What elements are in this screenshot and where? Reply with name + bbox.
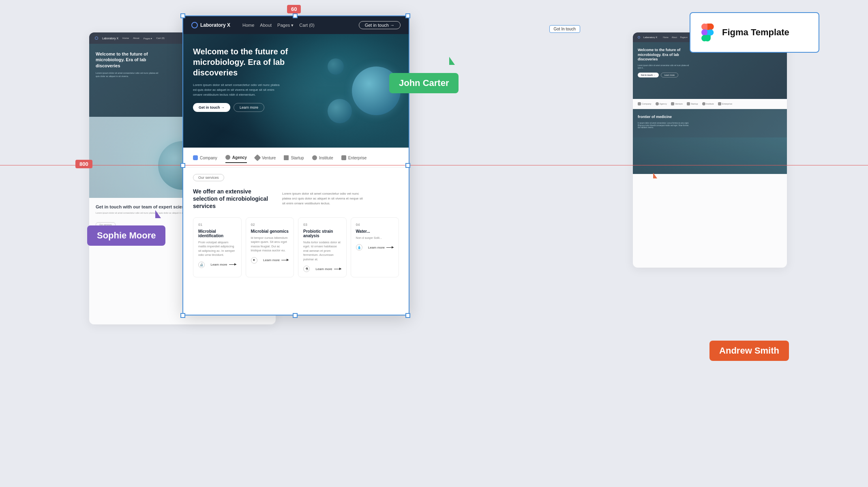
- card-3-title: Probiotic strain analysis: [303, 229, 341, 238]
- name-badge-john: John Carter: [389, 73, 459, 93]
- agency-icon: [225, 155, 230, 160]
- brand-icon: [191, 22, 198, 28]
- nav-links: Home About Pages ▾ Cart (0): [242, 23, 315, 28]
- ghost-left-brand: Laboratory X: [102, 37, 118, 40]
- svg-rect-1: [707, 24, 714, 30]
- tab-agency[interactable]: Agency: [225, 155, 247, 163]
- cursor-sophie: [155, 210, 161, 218]
- figma-logo-icon: [699, 24, 716, 41]
- hero-cta-button[interactable]: Get in touch →: [193, 103, 230, 112]
- card-2-body: Id tempor cursus bibendum sapien quam. S…: [251, 236, 289, 253]
- resize-handle-bl[interactable]: [180, 313, 185, 318]
- venture-icon: [254, 154, 261, 161]
- card-1-icon: 🔬: [198, 262, 205, 268]
- hero-content: Welcome to the future of microbiology. E…: [193, 46, 315, 112]
- dimension-badge-height: 800: [75, 160, 92, 168]
- hero-title: Welcome to the future of microbiology. E…: [193, 46, 315, 78]
- ghost-left-nav-home: Home: [122, 37, 129, 39]
- card-3-num: 03: [303, 223, 341, 227]
- card-1-num: 01: [198, 223, 236, 227]
- services-title: We offer an extensive selection of micro…: [193, 188, 274, 210]
- service-card-3: 03 Probiotic strain analysis Nulla torto…: [298, 217, 347, 278]
- rg-hero-title: Welcome to the future of microbiology. E…: [638, 48, 690, 62]
- brand: Laboratory X: [191, 22, 230, 28]
- card-2-learn[interactable]: Learn more: [263, 258, 289, 262]
- card-1-title: Microbial identification: [198, 229, 236, 238]
- startup-icon: [284, 155, 289, 160]
- card-1-learn[interactable]: Learn more: [211, 263, 236, 266]
- card-2-icon: ✦: [251, 257, 257, 264]
- arrow-icon-2: [281, 260, 289, 260]
- right-ghost-panel: Laboratory X Home About Pages ▾ Cart (0)…: [633, 32, 787, 268]
- card-4-title: Water...: [356, 229, 394, 234]
- card-3-learn[interactable]: Learn more: [316, 267, 341, 271]
- services-header: We offer an extensive selection of micro…: [193, 188, 399, 210]
- got-in-touch-label: Got In touch: [549, 25, 580, 33]
- resize-handle-mr[interactable]: [405, 163, 410, 168]
- card-2-num: 02: [251, 223, 289, 227]
- card-4-num: 04: [356, 223, 394, 227]
- svg-rect-0: [701, 24, 707, 30]
- main-panel: Laboratory X Home About Pages ▾ Cart (0)…: [182, 15, 409, 315]
- resize-handle-tr[interactable]: [405, 13, 410, 18]
- hero-sphere-2: [328, 99, 352, 123]
- arrow-icon-4: [386, 247, 394, 248]
- name-badge-andrew: Andrew Smith: [709, 341, 789, 361]
- tab-startup[interactable]: Startup: [284, 155, 304, 163]
- hero-buttons: Get in touch → Learn more: [193, 103, 315, 112]
- enterprise-icon: [341, 155, 346, 160]
- resize-handle-tl[interactable]: [180, 13, 185, 18]
- hero-learn-button[interactable]: Learn more: [234, 103, 264, 112]
- svg-point-4: [707, 30, 714, 36]
- service-card-1: 01 Microbial identification Proin volutp…: [193, 217, 242, 278]
- service-card-2: 02 Microbial genomics Id tempor cursus b…: [246, 217, 294, 278]
- nav-home[interactable]: Home: [242, 23, 254, 28]
- company-icon: [193, 155, 198, 160]
- card-3-body: Nulla tortor sodales dolor at eget. Id o…: [303, 240, 341, 262]
- service-card-4: 04 Water... Non d suspe Solli... 💧 Learn…: [351, 217, 399, 278]
- nav-about[interactable]: About: [260, 23, 272, 28]
- resize-handle-bm[interactable]: [293, 313, 298, 318]
- hero-body: Lorem ipsum dolor sit amet consectetur o…: [193, 83, 282, 97]
- rg-hero2-title: frontier of medicine: [638, 115, 782, 120]
- ghost-left-hero-title: Welcome to the future of microbiology. E…: [96, 51, 161, 69]
- dimension-badge-width: 60: [287, 5, 301, 13]
- nav-pages[interactable]: Pages ▾: [277, 23, 294, 28]
- panel-hero: Welcome to the future of microbiology. E…: [183, 34, 409, 148]
- navbar-cta-button[interactable]: Get in touch →: [359, 21, 401, 29]
- rg-cta-button[interactable]: Get in touch →: [638, 73, 659, 77]
- tab-institute[interactable]: Institute: [312, 155, 333, 163]
- arrow-icon: [229, 264, 236, 265]
- tab-venture[interactable]: Venture: [255, 155, 276, 163]
- services-desc: Lorem ipsum dolor sit amet consectetur o…: [282, 191, 363, 206]
- figma-template-box: Figma Template: [690, 12, 819, 53]
- resize-handle-tm[interactable]: [293, 13, 298, 18]
- card-4-icon: 💧: [356, 244, 362, 251]
- resize-handle-ml[interactable]: [180, 163, 185, 168]
- rg-learn-button[interactable]: Learn more: [661, 73, 679, 77]
- card-4-learn[interactable]: Learn more: [368, 246, 394, 249]
- card-1-body: Proin volutpat aliquam mattis imperdiet …: [198, 240, 236, 257]
- panel-navbar: Laboratory X Home About Pages ▾ Cart (0)…: [183, 16, 409, 34]
- card-3-icon: ⚗: [303, 266, 310, 272]
- nav-cart[interactable]: Cart (0): [299, 23, 314, 28]
- arrow-icon-3: [334, 269, 341, 269]
- hero-sphere-3: [328, 58, 344, 75]
- tab-enterprise[interactable]: Enterprise: [341, 155, 367, 163]
- figma-template-title: Figma Template: [722, 27, 789, 38]
- resize-handle-br[interactable]: [405, 313, 410, 318]
- panel-tabs: Company Agency Venture Startup Institute…: [183, 148, 409, 167]
- svg-rect-2: [701, 29, 707, 36]
- card-2-title: Microbial genomics: [251, 229, 289, 234]
- tab-company[interactable]: Company: [193, 155, 217, 163]
- institute-icon: [312, 155, 317, 160]
- name-badge-sophie: Sophie Moore: [87, 225, 165, 246]
- services-section: Our services We offer an extensive selec…: [183, 167, 409, 283]
- card-4-body: Non d suspe Solli...: [356, 236, 394, 240]
- cursor-john: [449, 57, 455, 65]
- service-cards: 01 Microbial identification Proin volutp…: [193, 217, 399, 278]
- svg-rect-3: [701, 35, 707, 41]
- services-tag: Our services: [193, 174, 224, 181]
